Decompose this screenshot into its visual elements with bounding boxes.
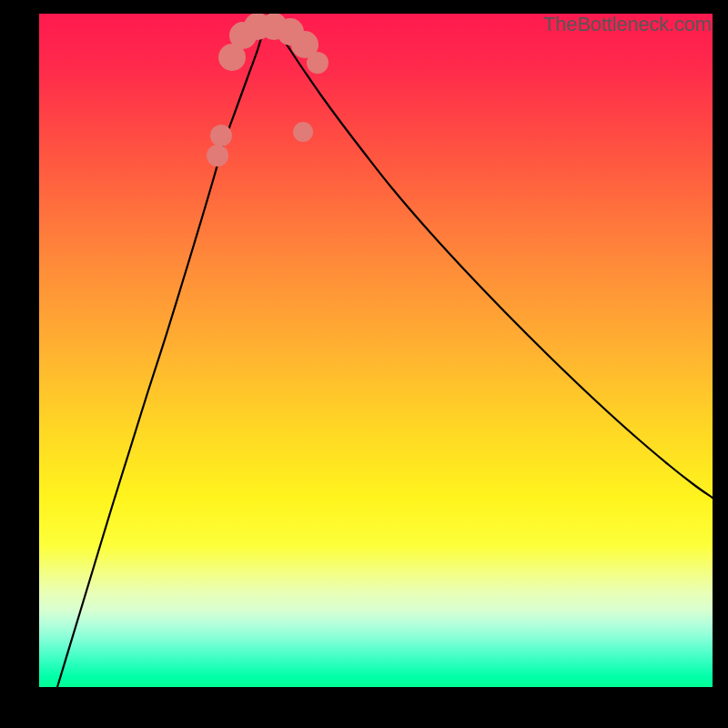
- data-points-group: [207, 14, 329, 167]
- chart-svg-layer: [39, 14, 713, 687]
- data-point: [307, 52, 329, 74]
- chart-frame: TheBottleneck.com: [0, 0, 728, 728]
- watermark-text: TheBottleneck.com: [543, 13, 712, 36]
- data-point: [207, 145, 228, 167]
- bottleneck-curve: [57, 14, 713, 687]
- data-point: [293, 122, 313, 142]
- data-point: [210, 125, 232, 147]
